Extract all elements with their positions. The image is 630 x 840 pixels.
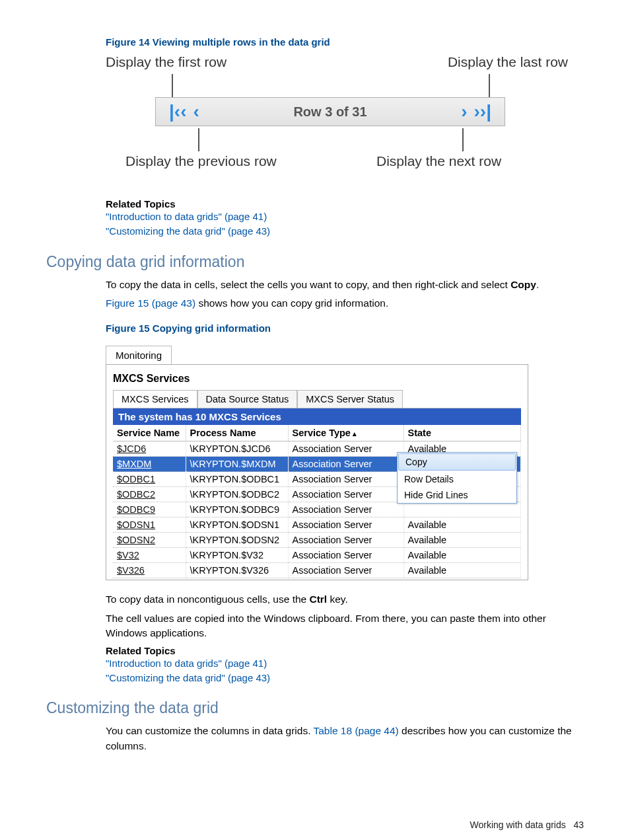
cell-service-type[interactable]: Association Server <box>288 563 403 578</box>
figure-reference-para: Figure 15 (page 43) shows how you can co… <box>106 296 584 311</box>
next-row-icon[interactable]: › <box>461 102 467 121</box>
panel-title: MXCS Services <box>113 373 521 385</box>
table-row[interactable]: $ODSN2\KRYPTON.$ODSN2Association ServerA… <box>113 533 521 548</box>
cell-service-name[interactable]: $ODBC1 <box>113 472 186 487</box>
cell-state[interactable] <box>403 502 521 517</box>
context-menu-row-details[interactable]: Row Details <box>398 471 516 487</box>
row-position-indicator: Row 3 of 31 <box>199 104 461 120</box>
last-row-icon[interactable]: ››| <box>474 102 491 121</box>
services-count-bar: The system has 10 MXCS Services <box>113 408 521 425</box>
section-copying-data-grid: Copying data grid information <box>46 253 584 271</box>
label-first-row: Display the first row <box>106 54 227 70</box>
cell-service-type[interactable]: Association Server <box>288 517 403 533</box>
context-menu-copy[interactable]: Copy <box>398 453 516 471</box>
cell-service-name[interactable]: $ODSN1 <box>113 517 186 533</box>
table-row[interactable]: $ODBC9\KRYPTON.$ODBC9Association Server <box>113 502 521 517</box>
cell-service-name[interactable]: $MXDM <box>113 457 186 472</box>
page-footer: Working with data grids 43 <box>46 820 584 830</box>
cell-service-type[interactable]: Association Server <box>288 487 403 502</box>
cell-service-name[interactable]: $ODSN2 <box>113 533 186 548</box>
label-previous-row: Display the previous row <box>125 153 277 169</box>
col-service-name[interactable]: Service Name <box>113 425 186 441</box>
ctrl-key-para: To copy data in noncontiguous cells, use… <box>106 592 584 607</box>
figure-15-link[interactable]: Figure 15 (page 43) <box>106 297 195 309</box>
cell-service-name[interactable]: $ODBC9 <box>113 502 186 517</box>
figure-14-caption: Figure 14 Viewing multiple rows in the d… <box>106 36 584 48</box>
related-link-customizing[interactable]: "Customizing the data grid" (page 43) <box>106 224 584 239</box>
clipboard-para: The cell values are copied into the Wind… <box>106 611 584 641</box>
related-link-intro-grids[interactable]: "Introduction to data grids" (page 41) <box>106 210 584 224</box>
cell-service-type[interactable]: Association Server <box>288 533 403 548</box>
cell-service-name[interactable]: $V326 <box>113 563 186 578</box>
cell-process-name[interactable]: \KRYPTON.$V326 <box>186 563 288 578</box>
cell-service-type[interactable]: Association Server <box>288 502 403 517</box>
cell-state[interactable]: Available <box>403 533 521 548</box>
context-menu: Copy Row Details Hide Grid Lines <box>397 452 517 504</box>
cell-process-name[interactable]: \KRYPTON.$ODBC9 <box>186 502 288 517</box>
cell-service-type[interactable]: Association Server <box>288 548 403 563</box>
table-row[interactable]: $V32\KRYPTON.$V32Association ServerAvail… <box>113 548 521 563</box>
cell-process-name[interactable]: \KRYPTON.$ODBC1 <box>186 472 288 487</box>
tab-mxcs-server-status[interactable]: MXCS Server Status <box>297 390 403 408</box>
tab-mxcs-services[interactable]: MXCS Services <box>113 390 197 408</box>
col-state[interactable]: State <box>403 425 521 441</box>
mxcs-services-panel: MXCS Services MXCS Services Data Source … <box>106 364 528 580</box>
cell-service-type[interactable]: Association Server <box>288 441 403 457</box>
tab-monitoring[interactable]: Monitoring <box>106 346 172 364</box>
cell-process-name[interactable]: \KRYPTON.$ODBC2 <box>186 487 288 502</box>
figure-14-diagram: Display the first row Display the last r… <box>106 54 568 180</box>
context-menu-hide-grid-lines[interactable]: Hide Grid Lines <box>398 487 516 503</box>
table-18-link[interactable]: Table 18 (page 44) <box>314 725 399 736</box>
related-link-intro-grids-2[interactable]: "Introduction to data grids" (page 41) <box>106 656 584 671</box>
cell-state[interactable]: Available <box>403 517 521 533</box>
related-topics-heading-2: Related Topics <box>106 645 584 656</box>
cell-service-type[interactable]: Association Server <box>288 472 403 487</box>
col-process-name[interactable]: Process Name <box>186 425 288 441</box>
cell-service-name[interactable]: $JCD6 <box>113 441 186 457</box>
label-next-row: Display the next row <box>376 153 501 169</box>
table-row[interactable]: $ODSN1\KRYPTON.$ODSN1Association ServerA… <box>113 517 521 533</box>
cell-process-name[interactable]: \KRYPTON.$JCD6 <box>186 441 288 457</box>
label-last-row: Display the last row <box>448 54 568 70</box>
cell-service-name[interactable]: $V32 <box>113 548 186 563</box>
related-link-customizing-2[interactable]: "Customizing the data grid" (page 43) <box>106 671 584 685</box>
tab-data-source-status[interactable]: Data Source Status <box>197 390 298 408</box>
first-row-icon[interactable]: |‹‹ <box>169 102 186 121</box>
related-topics-heading: Related Topics <box>106 198 584 210</box>
figure-15-caption: Figure 15 Copying grid information <box>106 323 584 334</box>
previous-row-icon[interactable]: ‹ <box>193 102 199 121</box>
cell-process-name[interactable]: \KRYPTON.$MXDM <box>186 457 288 472</box>
copy-instruction-para: To copy the data in cells, select the ce… <box>106 278 584 292</box>
col-service-type[interactable]: Service Type <box>288 425 403 441</box>
cell-service-type[interactable]: Association Server <box>288 457 403 472</box>
cell-process-name[interactable]: \KRYPTON.$ODSN1 <box>186 517 288 533</box>
cell-service-name[interactable]: $ODBC2 <box>113 487 186 502</box>
cell-process-name[interactable]: \KRYPTON.$ODSN2 <box>186 533 288 548</box>
cell-process-name[interactable]: \KRYPTON.$V32 <box>186 548 288 563</box>
customize-para: You can customize the columns in data gr… <box>106 724 584 753</box>
panel-sub-tabs: MXCS Services Data Source Status MXCS Se… <box>113 390 521 408</box>
table-row[interactable]: $V326\KRYPTON.$V326Association ServerAva… <box>113 563 521 578</box>
row-navigation-toolbar: |‹‹ ‹ Row 3 of 31 › ››| <box>155 97 505 126</box>
section-customizing-grid: Customizing the data grid <box>46 699 584 717</box>
cell-state[interactable]: Available <box>403 548 521 563</box>
cell-state[interactable]: Available <box>403 563 521 578</box>
